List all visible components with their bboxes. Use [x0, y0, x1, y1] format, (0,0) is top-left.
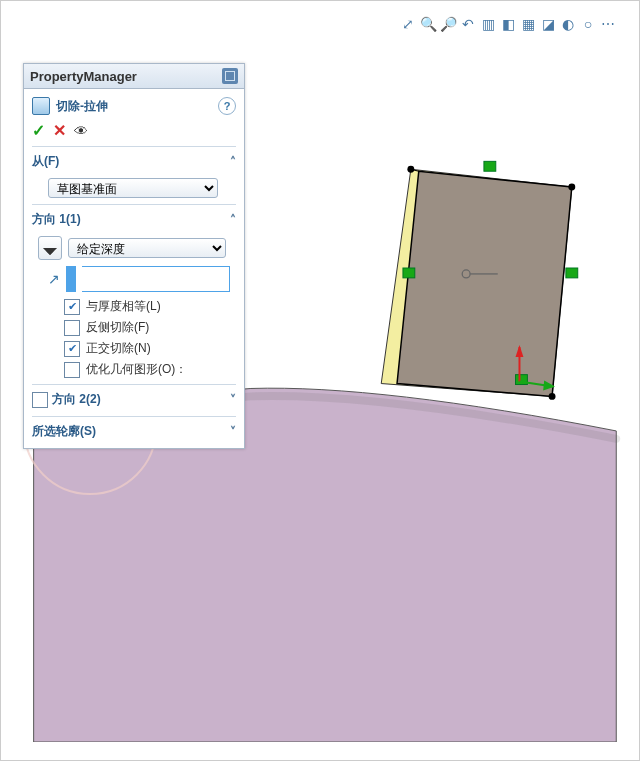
preview-button[interactable]: 👁 — [74, 123, 88, 139]
cancel-button[interactable]: ✕ — [53, 121, 66, 140]
hide-show-icon[interactable]: ◪ — [539, 15, 557, 33]
svg-rect-2 — [566, 268, 578, 278]
normal-cut-checkbox[interactable] — [64, 341, 80, 357]
prev-view-icon[interactable]: ↶ — [459, 15, 477, 33]
depth-input[interactable] — [82, 266, 230, 292]
help-icon[interactable]: ? — [218, 97, 236, 115]
view-toolbar: ⤢ 🔍 🔎 ↶ ▥ ◧ ▦ ◪ ◐ ○ ⋯ — [399, 15, 617, 33]
view-orient-icon[interactable]: ◧ — [499, 15, 517, 33]
feature-name: 切除-拉伸 — [56, 98, 108, 115]
panel-title-text: PropertyManager — [30, 69, 137, 84]
reverse-direction-button[interactable] — [38, 236, 62, 260]
property-manager-panel: PropertyManager 切除-拉伸 ? ✓ ✕ 👁 从(F)˄ 草图基准… — [23, 63, 245, 449]
svg-rect-4 — [403, 268, 415, 278]
zoom-fit-icon[interactable]: ⤢ — [399, 15, 417, 33]
display-style-icon[interactable]: ▦ — [519, 15, 537, 33]
dir2-enable-checkbox[interactable] — [32, 392, 48, 408]
svg-point-5 — [407, 166, 414, 173]
svg-rect-1 — [484, 161, 496, 171]
link-thickness-checkbox[interactable] — [64, 299, 80, 315]
end-condition-select[interactable]: 给定深度 — [68, 238, 226, 258]
chevron-up-icon: ˄ — [230, 213, 236, 227]
depth-handle[interactable] — [66, 266, 76, 292]
svg-point-6 — [568, 184, 575, 191]
cut-extrude-icon — [32, 97, 50, 115]
selected-contours-header[interactable]: 所选轮廓(S)˅ — [32, 421, 236, 442]
from-section-header[interactable]: 从(F)˄ — [32, 151, 236, 172]
direction-arrow-icon: ↗ — [48, 271, 60, 287]
from-select[interactable]: 草图基准面 — [48, 178, 218, 198]
chevron-up-icon: ˄ — [230, 155, 236, 169]
pin-icon[interactable] — [222, 68, 238, 84]
scene-icon[interactable]: ◐ — [559, 15, 577, 33]
appearance-icon[interactable]: ○ — [579, 15, 597, 33]
settings-icon[interactable]: ⋯ — [599, 15, 617, 33]
zoom-area-icon[interactable]: 🔍 — [419, 15, 437, 33]
section-view-icon[interactable]: ▥ — [479, 15, 497, 33]
dir2-section-header[interactable]: 方向 2(2) ˅ — [32, 389, 236, 410]
chevron-down-icon: ˅ — [230, 425, 236, 439]
svg-point-7 — [549, 393, 556, 400]
ok-button[interactable]: ✓ — [32, 121, 45, 140]
flip-side-checkbox[interactable] — [64, 320, 80, 336]
dir1-section-header[interactable]: 方向 1(1)˄ — [32, 209, 236, 230]
zoom-in-icon[interactable]: 🔎 — [439, 15, 457, 33]
chevron-down-icon: ˅ — [230, 393, 236, 407]
optimize-geom-checkbox[interactable] — [64, 362, 80, 378]
